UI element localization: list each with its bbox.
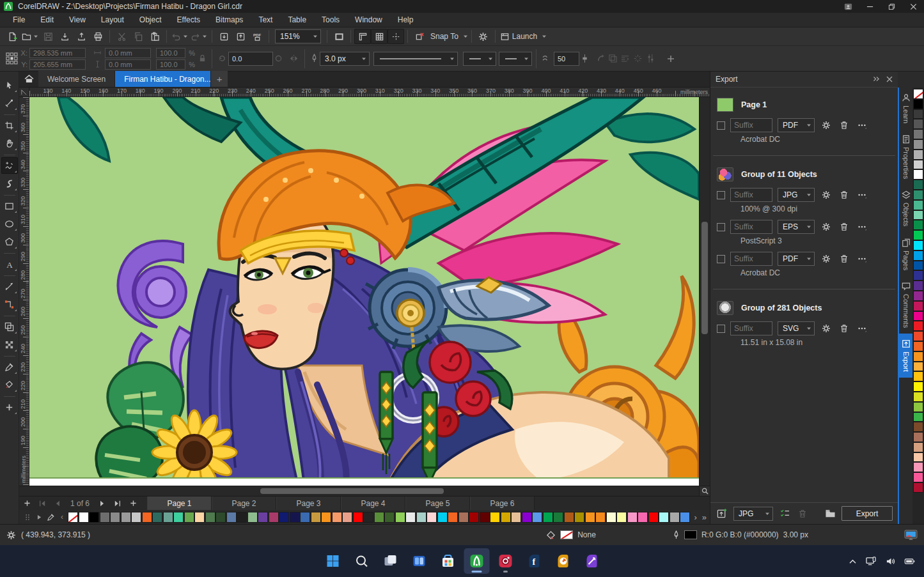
color-swatch[interactable] xyxy=(913,160,923,170)
volume-icon[interactable] xyxy=(886,557,895,565)
color-swatch[interactable] xyxy=(353,512,363,523)
color-swatch[interactable] xyxy=(913,472,923,482)
no-color-swatch[interactable] xyxy=(68,512,78,523)
format-select[interactable]: JPG xyxy=(778,188,815,202)
add-export-item-icon[interactable] xyxy=(716,508,728,519)
more-options-icon[interactable] xyxy=(856,324,868,333)
color-swatch[interactable] xyxy=(490,512,500,523)
color-swatch[interactable] xyxy=(247,512,258,523)
color-swatch[interactable] xyxy=(913,341,923,351)
vertical-scrollbar-thumb[interactable] xyxy=(701,222,708,334)
docker-tab-comments[interactable]: Comments xyxy=(899,276,912,334)
palette-scroll-right-icon[interactable]: › xyxy=(694,512,697,522)
color-swatch[interactable] xyxy=(913,381,923,392)
color-swatch[interactable] xyxy=(300,512,310,523)
color-swatch[interactable] xyxy=(913,150,923,160)
color-swatch[interactable] xyxy=(110,512,120,523)
color-swatch[interactable] xyxy=(480,512,490,523)
color-swatch[interactable] xyxy=(363,512,373,523)
menu-object[interactable]: Object xyxy=(132,13,169,27)
menu-view[interactable]: View xyxy=(61,13,93,27)
docker-close-icon[interactable] xyxy=(886,76,893,82)
color-swatch[interactable] xyxy=(913,452,923,463)
color-swatch[interactable] xyxy=(913,371,923,381)
first-page-button[interactable] xyxy=(35,496,50,510)
close-button[interactable] xyxy=(902,0,924,13)
color-swatch[interactable] xyxy=(89,512,99,523)
color-swatch[interactable] xyxy=(416,512,427,523)
more-options-icon[interactable] xyxy=(856,254,868,263)
export-document-button[interactable] xyxy=(232,29,249,44)
export-row-checkbox[interactable] xyxy=(717,223,725,231)
color-swatch[interactable] xyxy=(585,512,595,523)
show-grid-button[interactable] xyxy=(371,29,388,44)
color-swatch[interactable] xyxy=(448,512,458,523)
color-swatch[interactable] xyxy=(913,200,923,210)
eyedropper-tool[interactable] xyxy=(1,358,18,375)
color-swatch[interactable] xyxy=(913,422,923,432)
color-swatch[interactable] xyxy=(680,512,690,523)
color-swatch[interactable] xyxy=(670,512,680,523)
next-page-button[interactable] xyxy=(95,496,110,510)
freehand-tool[interactable] xyxy=(1,157,18,174)
color-swatch[interactable] xyxy=(311,512,321,523)
outline-status[interactable]: R:0 G:0 B:0 (#000000) 3.00 px xyxy=(673,530,808,540)
color-swatch[interactable] xyxy=(469,512,479,523)
color-swatch[interactable] xyxy=(564,512,574,523)
suffix-input[interactable] xyxy=(730,252,772,266)
color-swatch[interactable] xyxy=(913,139,923,150)
docker-tab-learn[interactable]: Learn xyxy=(899,88,912,129)
object-width-field[interactable]: 0.0 mm xyxy=(105,48,151,58)
snap-off-button[interactable] xyxy=(411,29,428,44)
palette-drag-handle-icon[interactable] xyxy=(22,511,33,523)
contour-tool[interactable] xyxy=(1,318,18,335)
battery-icon[interactable] xyxy=(904,558,915,564)
show-guidelines-button[interactable] xyxy=(388,29,404,44)
export-settings-gear-icon[interactable] xyxy=(820,222,833,231)
color-swatch[interactable] xyxy=(913,190,923,200)
launch-button[interactable]: Launch xyxy=(499,29,548,44)
taskbar-coreldraw[interactable] xyxy=(464,548,489,574)
add-page-button[interactable] xyxy=(19,496,35,510)
new-document-button[interactable] xyxy=(4,29,20,44)
menu-window[interactable]: Window xyxy=(347,13,390,27)
color-swatch[interactable] xyxy=(184,512,194,523)
home-tab-icon[interactable] xyxy=(19,71,38,87)
docker-tab-objects[interactable]: Objects xyxy=(899,185,912,232)
delete-export-row-icon[interactable] xyxy=(838,254,850,263)
smoothing-field[interactable]: 50 xyxy=(554,52,579,66)
polygon-tool[interactable] xyxy=(1,233,18,250)
pick-tool[interactable] xyxy=(1,77,18,93)
color-swatch[interactable] xyxy=(226,512,237,523)
pan-tool[interactable] xyxy=(1,135,18,151)
menu-bitmaps[interactable]: Bitmaps xyxy=(208,13,251,27)
fill-status[interactable]: None xyxy=(546,530,596,540)
taskbar-app-yellow[interactable] xyxy=(550,548,576,574)
connector-tool[interactable] xyxy=(1,296,18,312)
more-options-icon[interactable] xyxy=(856,222,868,231)
color-swatch[interactable] xyxy=(913,261,923,271)
color-swatch[interactable] xyxy=(458,512,469,523)
docker-tab-export[interactable]: Export xyxy=(899,334,912,378)
ellipse-tool[interactable] xyxy=(1,215,18,232)
menu-help[interactable]: Help xyxy=(390,13,421,27)
vertical-scrollbar[interactable] xyxy=(699,97,710,486)
drawing-canvas[interactable] xyxy=(29,97,699,486)
line-style-select[interactable] xyxy=(373,52,458,66)
delete-export-row-icon[interactable] xyxy=(838,324,850,333)
suffix-input[interactable] xyxy=(730,188,772,202)
color-swatch[interactable] xyxy=(269,512,279,523)
show-rulers-button[interactable] xyxy=(354,29,371,44)
end-arrowhead-select[interactable] xyxy=(499,52,532,66)
color-swatch[interactable] xyxy=(332,512,342,523)
lock-ratio-icon[interactable] xyxy=(199,54,206,63)
export-settings-gear-icon[interactable] xyxy=(820,190,833,199)
zoom-level-select[interactable]: 151% xyxy=(275,29,321,43)
publish-pdf-button[interactable]: PDF xyxy=(249,29,265,44)
page-tab-3[interactable]: Page 3 xyxy=(276,496,341,510)
export-settings-gear-icon[interactable] xyxy=(820,121,833,130)
color-swatch[interactable] xyxy=(522,512,532,523)
color-swatch[interactable] xyxy=(258,512,268,523)
shape-tool[interactable] xyxy=(1,95,18,111)
export-settings-gear-icon[interactable] xyxy=(820,254,833,263)
